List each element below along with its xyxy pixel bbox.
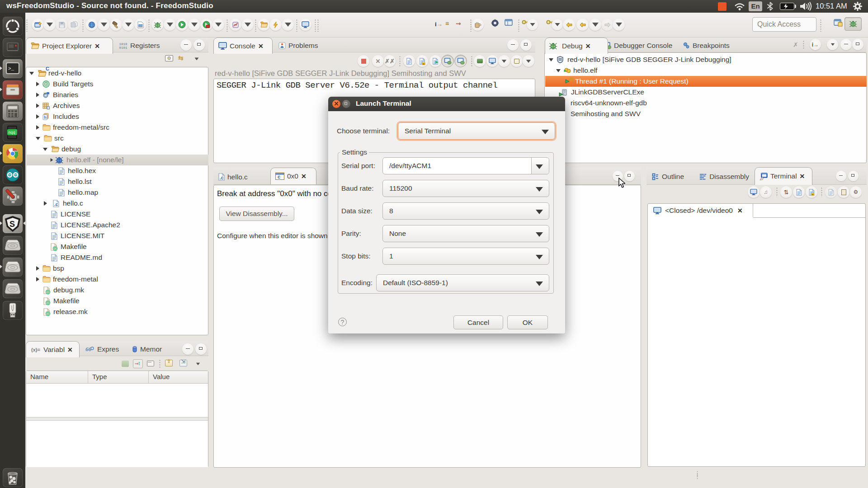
svg-text:101: 101 xyxy=(139,25,143,28)
svg-text:S: S xyxy=(9,220,15,229)
svg-text:nqq: nqq xyxy=(9,131,15,135)
svg-text:>_: >_ xyxy=(8,66,14,71)
